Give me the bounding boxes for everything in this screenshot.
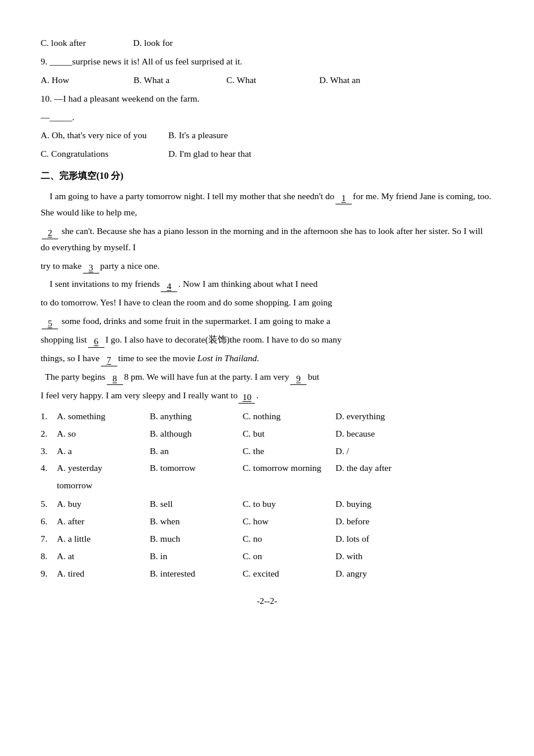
opt6-a: A. after	[57, 513, 150, 530]
opt6-d: D. before	[335, 513, 428, 530]
opt8-d: D. with	[335, 548, 428, 564]
cloze-opt-2: 2. A. so B. although C. but D. because	[41, 426, 493, 442]
opt3-a: A. a	[57, 443, 150, 459]
opt3-d: D. /	[335, 443, 428, 459]
cloze-options-list: 1. A. something B. anything C. nothing D…	[41, 408, 493, 582]
passage-p1: I am going to have a party tomorrow nigh…	[41, 188, 493, 221]
opt4-b: B. tomorrow	[150, 460, 243, 476]
opt9-num: 9.	[41, 566, 57, 582]
opt7-d: D. lots of	[335, 531, 428, 547]
blank-3: 3	[83, 262, 99, 274]
passage-p2: 2 she can't. Because she has a piano les…	[41, 223, 493, 255]
blank-7: 7	[101, 355, 117, 366]
cloze-opt-5: 5. A. buy B. sell C. to buy D. buying	[41, 496, 493, 512]
opt3-b: B. an	[150, 443, 243, 459]
blank-5: 5	[42, 318, 58, 330]
movie-title: Lost in Thailand	[197, 353, 257, 363]
passage-p7: shopping list6I go. I also have to decor…	[41, 332, 493, 348]
opt9-b: B. interested	[150, 566, 243, 582]
opt8-c: C. on	[243, 548, 335, 564]
passage-p4: I sent invitations to my friends4. Now I…	[41, 276, 493, 292]
opt5-c: C. to buy	[243, 496, 335, 512]
opt2-c: C. but	[243, 426, 335, 442]
opt7-b: B. much	[150, 531, 243, 547]
opt7-a: A. a little	[57, 531, 150, 547]
opt2-d: D. because	[335, 426, 428, 442]
option-d: D. look for	[133, 38, 172, 48]
opt4-d-cont: tomorrow	[41, 477, 493, 494]
opt2-a: A. so	[57, 426, 150, 442]
opt4-num: 4.	[41, 460, 57, 476]
q10-option-c: C. Congratulations	[41, 146, 168, 162]
q10-text: 10. —I had a pleasant weekend on the far…	[41, 91, 493, 107]
opt6-b: B. when	[150, 513, 243, 530]
opt7-c: C. no	[243, 531, 335, 547]
opt8-num: 8.	[41, 548, 57, 564]
q10-option-a: A. Oh, that's very nice of you	[41, 127, 168, 143]
q9-option-b: B. What a	[134, 72, 226, 88]
blank-9: 9	[290, 373, 306, 385]
prev-q-cd-options: C. look after D. look for	[41, 35, 493, 51]
cloze-opt-1: 1. A. something B. anything C. nothing D…	[41, 408, 493, 424]
cloze-opt-4: 4. A. yesterday B. tomorrow C. tomorrow …	[41, 460, 493, 476]
opt1-a: A. something	[57, 408, 150, 424]
cloze-opt-3: 3. A. a B. an C. the D. /	[41, 443, 493, 459]
passage-p3: try to make3party a nice one.	[41, 258, 493, 274]
q10-options-cd: C. Congratulations D. I'm glad to hear t…	[41, 146, 493, 162]
q10-dash: —_____.	[41, 109, 493, 125]
option-c: C. look after	[41, 38, 86, 48]
opt6-c: C. how	[243, 513, 335, 530]
opt3-c: C. the	[243, 443, 335, 459]
q9-option-a: A. How	[41, 72, 134, 88]
passage-p8: things, so I have7time to see the movie …	[41, 350, 493, 366]
opt1-c: C. nothing	[243, 408, 335, 424]
blank-10: 10	[239, 392, 255, 404]
q9-option-c: C. What	[226, 72, 319, 88]
opt9-c: C. excited	[243, 566, 335, 582]
opt3-num: 3.	[41, 443, 57, 459]
cloze-passage: I am going to have a party tomorrow nigh…	[41, 188, 493, 404]
page-number: -2--2-	[41, 593, 493, 609]
opt5-d: D. buying	[335, 496, 428, 512]
opt1-num: 1.	[41, 408, 57, 424]
opt4-c: C. tomorrow morning	[243, 460, 335, 476]
blank-1: 1	[335, 193, 352, 204]
cloze-opt-6: 6. A. after B. when C. how D. before	[41, 513, 493, 530]
blank-4: 4	[161, 281, 177, 293]
section2-title: 二、完形填空(10 分)	[41, 168, 493, 185]
opt5-a: A. buy	[57, 496, 150, 512]
passage-p6: 5 some food, drinks and some fruit in th…	[41, 313, 493, 329]
opt1-b: B. anything	[150, 408, 243, 424]
blank-8: 8	[107, 373, 123, 385]
opt5-b: B. sell	[150, 496, 243, 512]
opt4-a: A. yesterday	[57, 460, 150, 476]
opt4-d: D. the day after	[335, 460, 391, 476]
opt9-d: D. angry	[335, 566, 428, 582]
q10-option-b: B. It's a pleasure	[168, 127, 296, 143]
passage-p5: to do tomorrow. Yes! I have to clean the…	[41, 294, 493, 311]
q9-options: A. How B. What a C. What D. What an	[41, 72, 493, 88]
opt5-num: 5.	[41, 496, 57, 512]
passage-p9: The party begins88 pm. We will have fun …	[41, 369, 493, 385]
blank-2: 2	[42, 228, 58, 239]
q10-option-d: D. I'm glad to hear that	[168, 146, 296, 162]
opt9-a: A. tired	[57, 566, 150, 582]
opt2-num: 2.	[41, 426, 57, 442]
passage-p10: I feel very happy. I am very sleepy and …	[41, 387, 493, 404]
opt8-a: A. at	[57, 548, 150, 564]
cloze-opt-8: 8. A. at B. in C. on D. with	[41, 548, 493, 564]
page-content: C. look after D. look for 9. _____surpri…	[41, 35, 493, 609]
q10-options-ab: A. Oh, that's very nice of you B. It's a…	[41, 127, 493, 143]
q9-option-d: D. What an	[319, 72, 412, 88]
opt6-num: 6.	[41, 513, 57, 530]
cloze-opt-7: 7. A. a little B. much C. no D. lots of	[41, 531, 493, 547]
opt7-num: 7.	[41, 531, 57, 547]
blank-6: 6	[88, 336, 104, 348]
cloze-opt-9: 9. A. tired B. interested C. excited D. …	[41, 566, 493, 582]
opt8-b: B. in	[150, 548, 243, 564]
q9-text: 9. _____surprise news it is! All of us f…	[41, 53, 493, 70]
opt2-b: B. although	[150, 426, 243, 442]
opt1-d: D. everything	[335, 408, 428, 424]
